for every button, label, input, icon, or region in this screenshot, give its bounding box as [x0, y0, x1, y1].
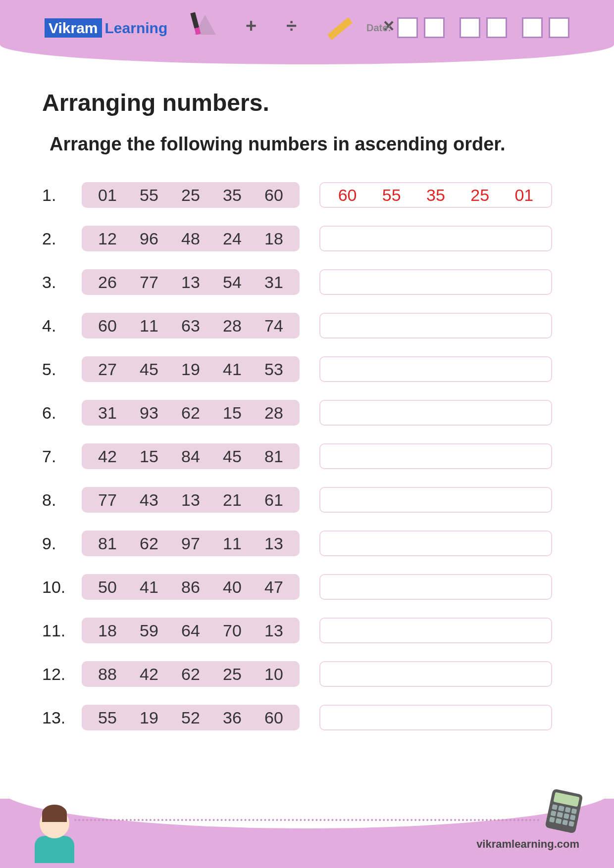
header: VikramLearning + ÷ × Date:: [0, 0, 614, 64]
problem-row: 13.5519523660: [42, 705, 572, 730]
brand-part-2: Learning: [102, 18, 171, 38]
row-number: 10.: [42, 578, 72, 597]
number-value: 88: [98, 665, 117, 684]
answer-box[interactable]: [319, 313, 552, 338]
answer-box[interactable]: [319, 705, 552, 730]
number-value: 77: [98, 490, 117, 510]
answer-box[interactable]: [319, 443, 552, 469]
date-box-6[interactable]: [549, 17, 569, 38]
number-value: 27: [98, 360, 117, 379]
given-numbers: 4215844581: [82, 443, 300, 469]
number-value: 18: [98, 621, 117, 640]
date-box-4[interactable]: [486, 17, 507, 38]
number-value: 59: [140, 621, 158, 640]
dotted-line: [74, 819, 540, 821]
number-value: 31: [98, 403, 117, 423]
date-box-2[interactable]: [424, 17, 445, 38]
given-numbers: 0155253560: [82, 182, 300, 208]
number-value: 61: [264, 490, 283, 510]
pencil-triangle-icon: [193, 12, 216, 39]
number-value: 77: [140, 273, 158, 292]
number-value: 15: [223, 403, 242, 423]
number-value: 81: [264, 447, 283, 466]
row-number: 6.: [42, 403, 72, 423]
number-value: 31: [264, 273, 283, 292]
number-value: 93: [140, 403, 158, 423]
number-value: 62: [181, 403, 200, 423]
number-value: 84: [181, 447, 200, 466]
example-answer-value: 55: [382, 186, 401, 205]
brand-part-1: Vikram: [45, 18, 102, 38]
number-value: 96: [140, 229, 158, 248]
problem-row: 9.8162971113: [42, 530, 572, 556]
number-value: 19: [181, 360, 200, 379]
number-value: 13: [264, 534, 283, 553]
answer-box[interactable]: [319, 487, 552, 513]
number-value: 13: [264, 621, 283, 640]
number-value: 25: [181, 186, 200, 205]
number-value: 63: [181, 316, 200, 336]
number-value: 42: [98, 447, 117, 466]
number-value: 55: [98, 708, 117, 727]
answer-box[interactable]: 6055352501: [319, 182, 552, 208]
number-value: 52: [181, 708, 200, 727]
number-value: 43: [140, 490, 158, 510]
number-value: 81: [98, 534, 117, 553]
number-value: 18: [264, 229, 283, 248]
answer-box[interactable]: [319, 661, 552, 687]
worksheet-content: Arranging numbers. Arrange the following…: [0, 64, 614, 730]
date-box-1[interactable]: [397, 17, 418, 38]
brand-logo: VikramLearning: [45, 20, 170, 37]
example-answer-value: 60: [338, 186, 357, 205]
problem-list: 1.015525356060553525012.12964824183.2677…: [42, 182, 572, 730]
answer-box[interactable]: [319, 574, 552, 600]
given-numbers: 2677135431: [82, 269, 300, 295]
answer-box[interactable]: [319, 356, 552, 382]
footer-url: vikramlearning.com: [476, 838, 579, 851]
divide-icon: ÷: [286, 15, 297, 37]
given-numbers: 2745194153: [82, 356, 300, 382]
answer-box[interactable]: [319, 530, 552, 556]
date-label: Date:: [366, 22, 391, 34]
problem-row: 3.2677135431: [42, 269, 572, 295]
problem-row: 1.01552535606055352501: [42, 182, 572, 208]
answer-box[interactable]: [319, 618, 552, 643]
number-value: 35: [223, 186, 242, 205]
instruction: Arrange the following numbers in ascendi…: [42, 134, 572, 155]
problem-row: 12.8842622510: [42, 661, 572, 687]
number-value: 70: [223, 621, 242, 640]
number-value: 64: [181, 621, 200, 640]
date-box-5[interactable]: [522, 17, 543, 38]
example-answer-value: 01: [514, 186, 533, 205]
given-numbers: 1296482418: [82, 226, 300, 251]
number-value: 55: [140, 186, 158, 205]
date-field: Date:: [366, 17, 569, 38]
boy-illustration: [27, 809, 82, 868]
page-title: Arranging numbers.: [42, 89, 572, 116]
problem-row: 6.3193621528: [42, 400, 572, 426]
problem-row: 10.5041864047: [42, 574, 572, 600]
number-value: 74: [264, 316, 283, 336]
number-value: 60: [264, 708, 283, 727]
problem-row: 8.7743132161: [42, 487, 572, 513]
problem-row: 7.4215844581: [42, 443, 572, 469]
number-value: 53: [264, 360, 283, 379]
number-value: 86: [181, 578, 200, 597]
given-numbers: 5041864047: [82, 574, 300, 600]
date-box-3[interactable]: [460, 17, 480, 38]
row-number: 13.: [42, 708, 72, 727]
number-value: 41: [223, 360, 242, 379]
answer-box[interactable]: [319, 400, 552, 426]
number-value: 41: [140, 578, 158, 597]
row-number: 7.: [42, 447, 72, 466]
given-numbers: 5519523660: [82, 705, 300, 730]
plus-icon: +: [246, 15, 256, 37]
answer-box[interactable]: [319, 269, 552, 295]
answer-box[interactable]: [319, 226, 552, 251]
number-value: 26: [98, 273, 117, 292]
given-numbers: 7743132161: [82, 487, 300, 513]
number-value: 25: [223, 665, 242, 684]
number-value: 54: [223, 273, 242, 292]
number-value: 21: [223, 490, 242, 510]
given-numbers: 3193621528: [82, 400, 300, 426]
